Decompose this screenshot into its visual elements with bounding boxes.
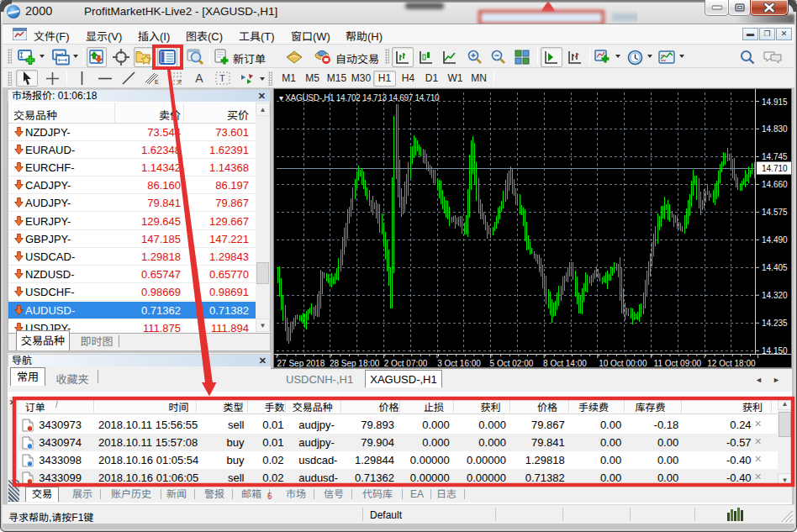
svg-text:28 Sep 18:00: 28 Sep 18:00	[330, 359, 380, 367]
svg-text:8 Oct 14:00: 8 Oct 14:00	[543, 359, 587, 367]
svg-text:14.915: 14.915	[762, 97, 788, 107]
svg-text:3 Oct 16:00: 3 Oct 16:00	[437, 359, 481, 367]
svg-text:14.575: 14.575	[762, 208, 788, 217]
svg-text:5 Oct 02:00: 5 Oct 02:00	[490, 359, 534, 367]
svg-text:2 Oct 07:00: 2 Oct 07:00	[384, 359, 428, 367]
svg-text:12 Oct 18:00: 12 Oct 18:00	[707, 359, 756, 367]
svg-text:10 Oct 00:00: 10 Oct 00:00	[599, 359, 647, 367]
svg-text:14.405: 14.405	[762, 263, 788, 272]
svg-text:14.830: 14.830	[762, 124, 788, 134]
svg-text:14.745: 14.745	[762, 152, 788, 161]
svg-text:T: T	[219, 73, 225, 83]
svg-text:14.235: 14.235	[762, 319, 788, 328]
svg-text:11 Oct 09:00: 11 Oct 09:00	[654, 359, 702, 367]
svg-text:14.150: 14.150	[762, 346, 788, 356]
svg-text:27 Sep 2018: 27 Sep 2018	[277, 359, 325, 367]
svg-text:14.660: 14.660	[762, 180, 788, 189]
svg-text:14.320: 14.320	[762, 291, 788, 300]
svg-text:14.490: 14.490	[762, 235, 788, 245]
svg-text:E: E	[155, 79, 159, 85]
svg-text:F: F	[178, 79, 182, 85]
svg-text:14.710: 14.710	[762, 164, 788, 173]
